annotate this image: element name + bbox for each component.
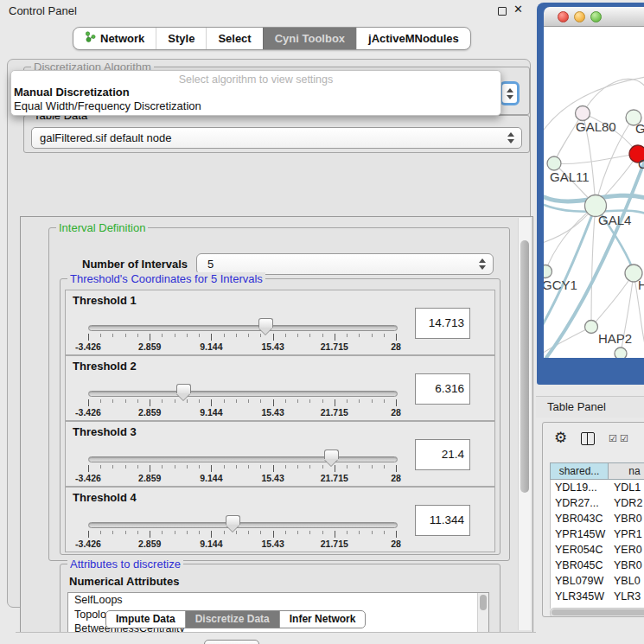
zoom-traffic-light-icon[interactable] [590, 11, 602, 22]
threshold-3-value[interactable]: 21.4 [415, 439, 470, 470]
table-horizontal-scrollbar[interactable] [550, 608, 644, 617]
settings-scroll-panel: Interval Definition Number of Intervals … [20, 216, 533, 634]
scrollbar-thumb[interactable] [552, 609, 644, 615]
network-window-titlebar[interactable] [544, 7, 644, 27]
threshold-1-value[interactable]: 14.713 [415, 308, 470, 339]
slider-ticks [88, 465, 396, 472]
column-header-name[interactable]: na [609, 462, 644, 480]
node-gal80[interactable] [576, 106, 590, 121]
node-label: GA [635, 121, 644, 136]
close-icon[interactable]: ✕ [513, 3, 523, 16]
table-row[interactable]: YDR27...YDR2 [551, 495, 644, 511]
list-item[interactable]: SelfLoops [68, 593, 488, 608]
table-row[interactable]: YBL079WYBL0 [551, 573, 644, 589]
threshold-1-slider[interactable]: -3.4262.8599.14415.4321.71528 [88, 322, 396, 351]
threshold-4-value[interactable]: 11.344 [415, 505, 470, 536]
tab-impute-data[interactable]: Impute Data [106, 611, 185, 628]
threshold-3-slider[interactable]: -3.4262.8599.14415.4321.71528 [88, 453, 396, 482]
slider-track[interactable] [88, 391, 398, 397]
close-traffic-light-icon[interactable] [558, 11, 569, 22]
tab-cyni-toolbox[interactable]: Cyni Toolbox [263, 28, 356, 49]
threshold-4-box: Threshold 4 -3.4262.8599.14415.4321.7152… [65, 487, 495, 552]
node-hap2[interactable] [585, 321, 598, 334]
thresholds-group-title: Threshold's Coordinates for 5 Intervals [67, 272, 265, 285]
network-view-window[interactable]: GAL80 GA C GAL11 GAL4 GCY1 H HAP2 [537, 3, 644, 385]
combo-arrows-icon [507, 131, 515, 144]
table-header-row: shared... na [550, 462, 644, 480]
gear-icon[interactable]: ⚙ [554, 429, 567, 447]
threshold-2-label: Threshold 2 [73, 360, 137, 373]
float-window-icon[interactable] [498, 7, 507, 16]
minimize-traffic-light-icon[interactable] [574, 11, 585, 22]
tab-infer-network[interactable]: Infer Network [279, 611, 366, 628]
slider-ticks [88, 531, 396, 538]
threshold-4-slider[interactable]: -3.4262.8599.14415.4321.71528 [88, 519, 396, 548]
tab-network-label: Network [100, 28, 144, 49]
scrollbar-thumb[interactable] [480, 595, 487, 610]
tab-select[interactable]: Select [206, 28, 262, 49]
threshold-1-label: Threshold 1 [73, 294, 137, 307]
algorithm-combobox[interactable] [500, 81, 520, 105]
slider-handle[interactable] [176, 384, 191, 393]
list-scrollbar[interactable] [477, 593, 488, 634]
combo-arrows-icon [507, 87, 514, 100]
slider-track[interactable] [88, 325, 398, 331]
control-panel-tabbar: Network Style Select Cyni Toolbox jActiv… [73, 27, 471, 50]
number-of-intervals-value: 5 [207, 258, 214, 271]
table-panel-header: Table Panel [536, 396, 644, 418]
threshold-2-value[interactable]: 6.316 [415, 373, 470, 405]
table-row[interactable]: YDL19...YDL1 [551, 480, 644, 495]
node-bottom[interactable] [615, 348, 627, 358]
node-label: H [638, 277, 644, 292]
tab-style[interactable]: Style [156, 28, 206, 49]
slider-handle[interactable] [258, 318, 273, 328]
tab-network[interactable]: Network [73, 28, 156, 49]
network-canvas[interactable]: GAL80 GA C GAL11 GAL4 GCY1 H HAP2 [544, 27, 644, 358]
node-label: GCY1 [544, 277, 577, 292]
slider-tick-labels: -3.4262.8599.14415.4321.71528 [88, 539, 396, 548]
network-icon [85, 28, 96, 49]
slider-ticks [88, 399, 396, 406]
node-gcy1[interactable] [544, 265, 552, 278]
columns-icon[interactable] [581, 432, 595, 445]
column-header-shared-name[interactable]: shared... [550, 462, 609, 480]
tab-jactivemnodules[interactable]: jActiveMNodules [356, 28, 470, 49]
dropdown-option-manual-discretization[interactable]: Manual Discretization [11, 86, 501, 99]
threshold-3-box: Threshold 3 -3.4262.8599.14415.4321.7152… [65, 421, 495, 487]
node-gal11[interactable] [547, 156, 561, 170]
apply-button[interactable]: Apply [204, 640, 259, 644]
slider-track[interactable] [88, 522, 398, 528]
table-row[interactable]: YBR043CYBR0 [551, 511, 644, 526]
threshold-2-box: Threshold 2 -3.4262.8599.14415.4321.7152… [65, 355, 495, 421]
slider-handle[interactable] [226, 515, 240, 525]
thresholds-group: Threshold's Coordinates for 5 Intervals … [60, 278, 501, 555]
table-data-group: Table Data galFiltered.sif default node [23, 115, 530, 153]
dropdown-option-equal-width[interactable]: Equal Width/Frequency Discretization [11, 99, 501, 113]
slider-tick-labels: -3.4262.8599.14415.4321.71528 [88, 473, 396, 482]
table-data-combobox[interactable]: galFiltered.sif default node [31, 127, 522, 149]
node-label: GAL4 [598, 213, 631, 227]
slider-tick-labels: -3.4262.8599.14415.4321.71528 [88, 407, 396, 417]
threshold-4-label: Threshold 4 [73, 491, 137, 504]
slider-tick-labels: -3.4262.8599.14415.4321.71528 [88, 341, 396, 351]
slider-handle[interactable] [324, 450, 339, 459]
threshold-2-slider[interactable]: -3.4262.8599.14415.4321.71528 [88, 387, 396, 417]
algorithm-dropdown-popup: Select algorithm to view settings Manual… [10, 70, 501, 116]
table-panel-title: Table Panel [547, 400, 606, 413]
table-row[interactable]: YLR345WYLR3 [551, 589, 644, 604]
tab-discretize-data[interactable]: Discretize Data [185, 611, 279, 628]
table-data-value: galFiltered.sif default node [40, 131, 171, 144]
dropdown-hint: Select algorithm to view settings [11, 73, 501, 86]
table-row[interactable]: YER054CYER0 [551, 542, 644, 558]
panel-scrollbar[interactable] [518, 218, 531, 630]
cyni-panel-container: Discretization Algorithm Table Data galF… [7, 59, 531, 608]
scrollbar-thumb[interactable] [520, 240, 529, 493]
table-row[interactable]: YPR145WYPR1 [551, 526, 644, 542]
slider-track[interactable] [88, 456, 398, 462]
checkbox-icon[interactable]: ☑ [620, 433, 628, 444]
checkbox-icon[interactable]: ☑ [609, 433, 617, 444]
interval-definition-title: Interval Definition [56, 221, 148, 234]
node-label: C [638, 156, 644, 171]
table-row[interactable]: YBR045CYBR0 [551, 558, 644, 573]
threshold-1-box: Threshold 1 -3.4262.8599.14415.4321.7152… [65, 290, 495, 355]
